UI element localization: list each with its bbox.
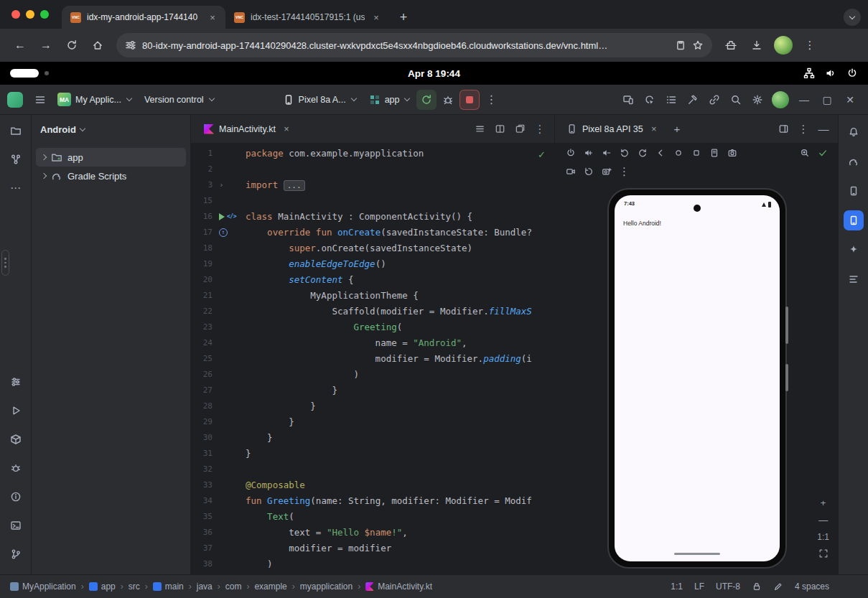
compose-preview-icon[interactable]: </> [227, 209, 236, 225]
reload-icon[interactable] [60, 34, 83, 57]
close-tab-icon[interactable]: × [370, 11, 382, 23]
code-line[interactable]: 20 setContent { [191, 272, 554, 288]
macos-close-button[interactable] [11, 10, 20, 19]
device-frame[interactable]: 7:43 Hello Android! [607, 188, 787, 569]
project-view-selector[interactable]: Android [32, 115, 190, 144]
macos-minimize-button[interactable] [26, 10, 34, 19]
breadcrumb-item[interactable]: myapplication [300, 581, 353, 592]
device-gesture-bar[interactable] [674, 553, 720, 556]
bookmark-star-icon[interactable] [692, 39, 704, 51]
problems-icon[interactable] [6, 487, 26, 507]
split-editor-icon[interactable] [491, 121, 508, 138]
zoom-in-icon[interactable]: + [821, 497, 826, 508]
more-tools-icon[interactable]: ⋯ [6, 178, 26, 198]
code-line[interactable]: 32 [191, 462, 554, 477]
rerun-button[interactable] [416, 90, 437, 110]
breadcrumb-item[interactable]: main [153, 581, 184, 592]
volume-down-icon[interactable] [598, 145, 615, 161]
build-icon[interactable] [683, 90, 703, 110]
device-tab[interactable]: Pixel 8a API 35 × [561, 115, 666, 144]
logcat-icon[interactable] [844, 269, 864, 289]
code-line[interactable]: 16</>class MainActivity : ComponentActiv… [191, 209, 554, 225]
ide-avatar[interactable] [772, 91, 789, 108]
gemini-icon[interactable] [844, 240, 864, 260]
snapshot-camera-plus-icon[interactable] [598, 164, 615, 179]
chevron-right-icon[interactable] [41, 173, 47, 179]
structure-tool-icon[interactable] [6, 149, 26, 169]
code-line[interactable]: 28 } [191, 398, 554, 414]
device-power-icon[interactable] [562, 145, 579, 161]
code-line[interactable]: 18 super.onCreate(savedInstanceState) [191, 240, 554, 256]
task-list-icon[interactable] [661, 90, 681, 110]
forward-icon[interactable]: → [34, 34, 57, 57]
override-marker-icon[interactable]: ↑ [219, 228, 228, 237]
device-selector[interactable]: Pixel 8a A... [277, 90, 362, 110]
browser-menu-icon[interactable]: ⋮ [798, 34, 821, 57]
readonly-lock-icon[interactable] [752, 581, 762, 592]
code-line[interactable]: 25 modifier = Modifier.padding(i [191, 351, 554, 367]
panel-options-icon[interactable]: ⋮ [795, 121, 812, 138]
file-encoding[interactable]: UTF-8 [716, 581, 740, 592]
browser-tab-active[interactable]: VNC idx-my-android-app-1744140 × [62, 6, 225, 29]
code-line[interactable]: 15 [191, 193, 554, 209]
breadcrumb-item[interactable]: example [254, 581, 286, 592]
new-tab-button[interactable]: + [393, 7, 414, 27]
volume-up-icon[interactable] [580, 145, 597, 161]
code-line[interactable]: 1package com.example.myapplication [191, 146, 554, 162]
code-editor[interactable]: 1package com.example.myapplication23›imp… [191, 144, 554, 574]
code-line[interactable]: 19 enableEdgeToEdge() [191, 256, 554, 272]
chevron-right-icon[interactable] [41, 154, 47, 160]
profile-avatar[interactable] [774, 36, 793, 55]
project-tool-icon[interactable] [6, 121, 26, 141]
version-control-icon[interactable] [6, 544, 26, 564]
main-menu-icon[interactable] [30, 90, 50, 110]
code-line[interactable]: 38 ) [191, 556, 554, 572]
detach-editor-icon[interactable] [511, 121, 528, 138]
code-line[interactable]: 37 modifier = modifier [191, 541, 554, 556]
breadcrumb-item[interactable]: java [197, 581, 213, 592]
back-icon[interactable]: ← [9, 34, 32, 57]
close-tab-icon[interactable]: × [207, 11, 218, 23]
breadcrumb-item[interactable]: com [225, 581, 242, 592]
browser-tab-inactive[interactable]: VNC idx-test-1744140517915:1 (us × [225, 6, 389, 29]
fold-chevron-icon[interactable]: › [219, 177, 224, 193]
project-wid[interactable]: MA My Applic... [52, 90, 137, 110]
code-line[interactable]: 26 ) [191, 367, 554, 383]
code-line[interactable]: 24 name = "Android", [191, 335, 554, 351]
device-mirror-icon[interactable] [618, 90, 638, 110]
indent-setting[interactable]: 4 spaces [795, 581, 829, 592]
ide-minimize-icon[interactable]: — [793, 90, 815, 110]
hide-panel-icon[interactable]: — [815, 121, 832, 138]
vnc-control-handle[interactable] [10, 69, 39, 78]
code-line[interactable]: 35 Text( [191, 509, 554, 525]
debug-button[interactable] [438, 90, 458, 110]
code-line[interactable]: 21 MyApplicationTheme { [191, 288, 554, 304]
ide-maximize-icon[interactable]: ▢ [816, 90, 838, 110]
link-icon[interactable] [704, 90, 724, 110]
terminal-icon[interactable] [6, 515, 26, 536]
panel-layout-icon[interactable] [775, 121, 792, 138]
cursor-position[interactable]: 1:1 [671, 581, 683, 592]
breadcrumb-item[interactable]: src [129, 581, 140, 592]
code-line[interactable]: 2 [191, 162, 554, 177]
downloads-icon[interactable] [745, 34, 768, 57]
android-back-icon[interactable] [652, 145, 668, 161]
zoom-level[interactable]: 1:1 [817, 532, 829, 542]
run-config-selector[interactable]: app [363, 90, 416, 110]
code-line[interactable]: 27 } [191, 383, 554, 398]
extensions-icon[interactable] [719, 34, 742, 57]
tool-window-handle[interactable] [1, 250, 9, 276]
running-devices-icon[interactable] [844, 210, 864, 230]
code-line[interactable]: 34fun Greeting(name: String, modifier: M… [191, 493, 554, 509]
device-screen[interactable]: 7:43 Hello Android! [615, 195, 780, 561]
snapshot-icon[interactable] [706, 145, 722, 161]
app-insights-icon[interactable] [6, 458, 26, 478]
fit-screen-icon[interactable] [818, 548, 829, 559]
settings-gear-icon[interactable] [747, 90, 767, 110]
add-device-icon[interactable]: + [668, 121, 686, 138]
breadcrumb-item[interactable]: app [89, 581, 116, 592]
code-line[interactable]: 33@Composable [191, 477, 554, 493]
build-variants-icon[interactable] [6, 372, 26, 392]
code-line[interactable]: 22 Scaffold(modifier = Modifier.fillMaxS [191, 304, 554, 319]
breadcrumb-item[interactable]: MainActivity.kt [365, 581, 432, 592]
